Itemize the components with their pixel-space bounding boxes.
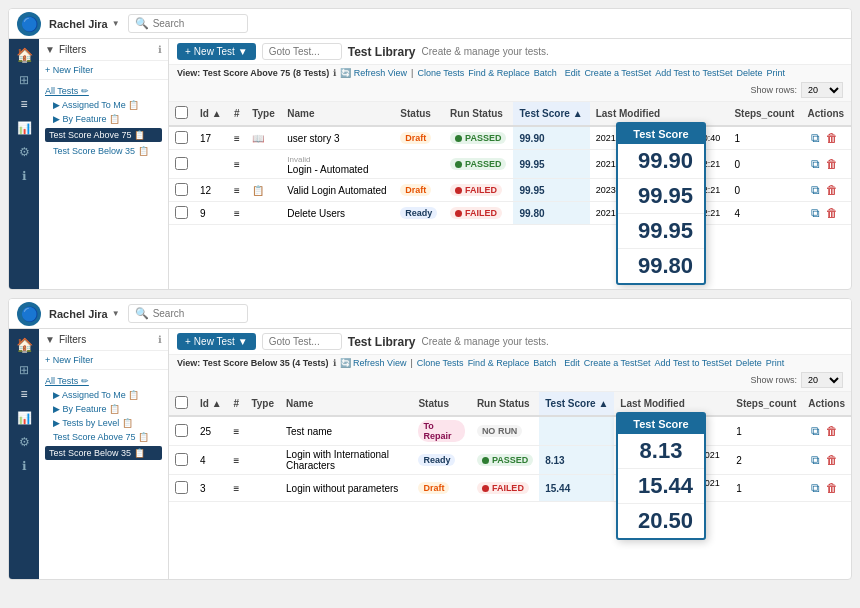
delete-button[interactable]: 🗑 <box>823 156 841 172</box>
nav-info-icon-b[interactable]: ℹ <box>22 459 27 473</box>
sidebar-link-all-tests-b[interactable]: All Tests ✏ <box>45 374 162 388</box>
nav-settings-icon[interactable]: ⚙ <box>19 145 30 159</box>
sidebar-link-all-tests[interactable]: All Tests ✏ <box>45 84 162 98</box>
sidebar-link-feature[interactable]: ▶ By Feature 📋 <box>45 112 162 126</box>
row-checkbox[interactable] <box>175 424 188 437</box>
search-input[interactable] <box>153 18 233 29</box>
nav-chart-icon[interactable]: 📊 <box>17 121 32 135</box>
delete-button[interactable]: 🗑 <box>823 423 841 439</box>
search-bar[interactable]: 🔍 <box>128 14 248 33</box>
sidebar-link-score-above[interactable]: Test Score Above 75 📋 <box>45 128 162 142</box>
sidebar-link-assigned-b[interactable]: ▶ Assigned To Me 📋 <box>45 388 162 402</box>
nav-info-icon[interactable]: ℹ <box>22 169 27 183</box>
add-test-link-b[interactable]: Add Test to TestSet <box>655 358 732 368</box>
copy-button[interactable]: ⧉ <box>808 130 823 146</box>
print-link-b[interactable]: Print <box>766 358 785 368</box>
table-row: 4 ≡ Login with International Characters … <box>169 446 851 475</box>
add-test-link[interactable]: Add Test to TestSet <box>655 68 732 78</box>
row-checkbox[interactable] <box>175 206 188 219</box>
clone-tests-link-b[interactable]: Clone Tests <box>417 358 464 368</box>
nav-home-icon-b[interactable]: 🏠 <box>16 337 33 353</box>
app-logo-b: 🔵 <box>17 302 41 326</box>
top-panel: 🔵 Rachel Jira ▼ 🔍 🏠 ⊞ ≡ 📊 ⚙ ℹ ▼ Filte <box>8 8 852 290</box>
row-type <box>245 475 280 502</box>
score-value-1: 99.90 <box>618 144 704 179</box>
sidebar-link-assigned[interactable]: ▶ Assigned To Me 📋 <box>45 98 162 112</box>
show-rows-group-b: Show rows: 2050100 <box>750 372 843 388</box>
row-checkbox[interactable] <box>175 481 188 494</box>
nav-chart-icon-b[interactable]: 📊 <box>17 411 32 425</box>
copy-button[interactable]: ⧉ <box>808 480 823 496</box>
row-status: Draft <box>394 179 444 202</box>
search-bar-b[interactable]: 🔍 <box>128 304 248 323</box>
refresh-link-b[interactable]: 🔄 Refresh View <box>340 358 407 368</box>
col-name-b: Name <box>280 392 412 416</box>
new-filter-button[interactable]: + New Filter <box>45 65 162 75</box>
copy-button[interactable]: ⧉ <box>808 156 823 172</box>
find-replace-link-b[interactable]: Find & Replace <box>468 358 530 368</box>
delete-button[interactable]: 🗑 <box>823 182 841 198</box>
nav-settings-icon-b[interactable]: ⚙ <box>19 435 30 449</box>
new-test-button-b[interactable]: + New Test ▼ <box>177 333 256 350</box>
row-actions: ⧉🗑 <box>802 150 852 179</box>
row-score: 15.44 <box>539 475 614 502</box>
sidebar-link-level-b[interactable]: ▶ Tests by Level 📋 <box>45 416 162 430</box>
delete-link[interactable]: Delete <box>736 68 762 78</box>
col-actions-b: Actions <box>802 392 851 416</box>
batch-link[interactable]: Batch <box>534 68 557 78</box>
batch-link-b[interactable]: Batch <box>533 358 556 368</box>
project-selector[interactable]: Rachel Jira ▼ <box>49 18 120 30</box>
edit-link-b[interactable]: Edit <box>564 358 580 368</box>
row-actions: ⧉🗑 <box>802 202 852 225</box>
show-rows-select[interactable]: 2050100 <box>801 82 843 98</box>
select-all-checkbox[interactable] <box>175 106 188 119</box>
copy-button[interactable]: ⧉ <box>808 423 823 439</box>
row-checkbox[interactable] <box>175 157 188 170</box>
copy-button[interactable]: ⧉ <box>808 182 823 198</box>
row-checkbox[interactable] <box>175 183 188 196</box>
show-rows-group: Show rows: 2050100 <box>750 82 843 98</box>
table-row: 17 ≡ 📖 user story 3 Draft PASSED 99.90 2… <box>169 126 851 150</box>
search-input-b[interactable] <box>153 308 233 319</box>
create-testset-link-b[interactable]: Create a TestSet <box>584 358 651 368</box>
refresh-link[interactable]: 🔄 Refresh View <box>340 68 407 78</box>
sidebar-link-score-above-b[interactable]: Test Score Above 75 📋 <box>45 430 162 444</box>
nav-home-icon[interactable]: 🏠 <box>16 47 33 63</box>
delete-button[interactable]: 🗑 <box>823 130 841 146</box>
find-replace-link[interactable]: Find & Replace <box>468 68 530 78</box>
delete-button[interactable]: 🗑 <box>823 480 841 496</box>
delete-button[interactable]: 🗑 <box>823 452 841 468</box>
copy-button[interactable]: ⧉ <box>808 452 823 468</box>
new-test-button[interactable]: + New Test ▼ <box>177 43 256 60</box>
goto-input[interactable] <box>262 43 342 60</box>
sidebar-link-score-below[interactable]: Test Score Below 35 📋 <box>45 144 162 158</box>
col-type-b: Type <box>245 392 280 416</box>
sidebar-link-score-below-b[interactable]: Test Score Below 35 📋 <box>45 446 162 460</box>
nav-grid-icon[interactable]: ⊞ <box>19 73 29 87</box>
edit-link[interactable]: Edit <box>565 68 581 78</box>
create-testset-link[interactable]: Create a TestSet <box>584 68 651 78</box>
row-name: Test name <box>280 416 412 446</box>
select-all-checkbox-b[interactable] <box>175 396 188 409</box>
row-checkbox[interactable] <box>175 131 188 144</box>
nav-list-icon[interactable]: ≡ <box>20 97 27 111</box>
clone-tests-link[interactable]: Clone Tests <box>417 68 464 78</box>
show-rows-select-b[interactable]: 2050100 <box>801 372 843 388</box>
print-link[interactable]: Print <box>766 68 785 78</box>
nav-grid-icon-b[interactable]: ⊞ <box>19 363 29 377</box>
row-score <box>539 416 614 446</box>
show-rows-label: Show rows: <box>750 85 797 95</box>
page-subtitle: Create & manage your tests. <box>422 46 549 57</box>
table-row: 25 ≡ Test name To Repair NO RUN 09-May-2… <box>169 416 851 446</box>
goto-input-b[interactable] <box>262 333 342 350</box>
project-selector-b[interactable]: Rachel Jira ▼ <box>49 308 120 320</box>
sidebar-link-feature-b[interactable]: ▶ By Feature 📋 <box>45 402 162 416</box>
delete-link-b[interactable]: Delete <box>736 358 762 368</box>
copy-button[interactable]: ⧉ <box>808 205 823 221</box>
delete-button[interactable]: 🗑 <box>823 205 841 221</box>
row-score: 99.95 <box>513 150 589 179</box>
nav-list-icon-b[interactable]: ≡ <box>20 387 27 401</box>
col-status: Status <box>394 102 444 126</box>
new-filter-button-b[interactable]: + New Filter <box>45 355 162 365</box>
row-checkbox[interactable] <box>175 453 188 466</box>
